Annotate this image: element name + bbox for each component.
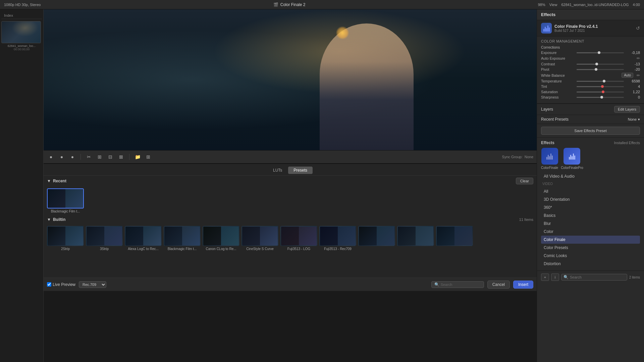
param-saturation-track[interactable] [577,92,624,93]
effects-info-btn[interactable]: i [551,274,559,281]
clip-thumbnail[interactable] [1,21,41,43]
rec-select[interactable]: Rec.709Rec.2020P3-D65 [79,281,106,288]
preset-item-alexa[interactable]: Alexa LogC to Rec... [125,226,162,251]
param-pivot-track[interactable] [577,69,624,70]
save-effects-preset-button[interactable]: Save Effects Preset [541,127,640,135]
param-saturation-thumb[interactable] [602,90,604,93]
param-temperature-track[interactable] [577,81,624,82]
color-finale-icon [541,148,558,165]
clip-thumb-overlay [2,21,41,43]
position-tool-btn[interactable]: ⊠ [117,153,125,161]
param-tint-label: Tint [541,84,575,88]
insert-button[interactable]: Insert [513,281,533,289]
effects-item-distortion[interactable]: Distortion [541,260,640,268]
cancel-button[interactable]: Cancel [487,281,510,289]
param-sharpness-fill [577,97,600,98]
effects-item-comic-looks[interactable]: Comic Looks [541,252,640,260]
preset-name-bm: Blackmagic Film t... [164,247,201,251]
param-contrast-thumb[interactable] [595,63,598,65]
preset-thumbnail-cinestyle [241,226,278,246]
view-btn[interactable]: View [549,3,557,7]
clear-button[interactable]: Clear [516,178,533,184]
effects-item-basics[interactable]: Basics [541,212,640,220]
filename-label: 62841_woman_loo..id-UNGRADED-LOG [561,3,629,7]
search-input[interactable] [441,283,481,287]
top-bar: 1080p HD 30p, Stereo 🎬 Color Finale 2 98… [0,0,644,9]
app-icon: 🎬 [273,2,278,7]
param-wb-auto[interactable]: Auto [622,73,633,78]
preset-item-recent-0[interactable]: Blackmagic Film t... [47,188,84,213]
bar [552,156,553,160]
param-tint-track[interactable] [577,86,624,87]
effects-item-all-video[interactable]: All Video & Audio [541,172,640,180]
tab-presets[interactable]: Presets [288,167,313,174]
param-exposure-thumb[interactable] [598,51,600,54]
param-exposure-label: Exposure [541,51,575,55]
param-contrast-track[interactable] [577,64,624,65]
blade-tool-btn[interactable]: ⊞ [96,153,104,161]
grid-btn[interactable]: ⊞ [144,153,152,161]
param-exposure-track[interactable] [577,52,624,53]
preset-item-extra3[interactable] [436,226,473,251]
param-pivot-thumb[interactable] [595,68,597,71]
plugin-icon [541,23,552,34]
param-sharpness-thumb[interactable] [600,96,603,99]
preset-name-3strip: 3Strip [86,247,123,251]
param-tint-thumb[interactable] [601,85,604,88]
minimize-btn[interactable]: ● [58,153,66,161]
preset-item-cinestyle[interactable]: CineStyle S Curve [241,226,278,251]
search-effects-input[interactable] [570,275,625,279]
preset-item-fuji-rec[interactable]: Fuji3513 - Rec709 [319,226,356,251]
preset-item-canon[interactable]: Canon CLog to Re... [203,226,239,251]
separator-2 [129,154,129,160]
param-auto-exposure: Auto Exposure ✏ [541,56,640,61]
effects-item-video-group[interactable]: VIDEO [541,180,640,187]
thumb-l [359,227,377,245]
effects-item-color-finale[interactable]: Color Finale [541,236,640,244]
thumb-r [143,227,161,245]
preset-item-bm[interactable]: Blackmagic Film t... [164,226,201,251]
recent-presets-label: Recent Presets [541,117,569,122]
effects-add-btn[interactable]: + [541,274,549,281]
effects-item-all[interactable]: All [541,187,640,195]
folder-btn[interactable]: 📁 [133,153,142,161]
param-saturation-label: Saturation [541,90,575,94]
plugin-reset-icon[interactable]: ↺ [636,25,640,31]
live-preview-checkbox[interactable] [47,282,51,287]
trim-tool-btn[interactable]: ✂ [85,153,93,161]
thumb-left-0 [48,189,65,208]
bar [569,157,570,160]
chart-bars-cfp [569,153,575,160]
thumb-r [416,227,433,245]
live-preview-label[interactable]: Live Preview [47,282,75,287]
preset-item-3strip[interactable]: 3Strip [86,226,123,251]
thumb-l [437,227,454,245]
app-title: Color Finale 2 [280,2,306,7]
select-tool-btn[interactable]: ⊟ [106,153,114,161]
plugin-color-finale[interactable]: ColorFinale [541,148,558,170]
effects-item-360[interactable]: 360* [541,203,640,212]
builtin-section-header[interactable]: ▼ Builtin 11 Items [47,215,533,224]
param-sharpness-track[interactable] [577,97,624,98]
recent-section-header[interactable]: ▼ Recent Clear [47,176,533,186]
param-pivot-value: -20 [626,67,640,71]
preset-item-2strip[interactable]: 2Strip [47,226,84,251]
preset-item-extra1[interactable] [358,226,395,251]
plugin-color-finale-pro[interactable]: ColorFinalePro [561,148,583,170]
preset-item-fuji-log[interactable]: Fuji3513 - LOG [280,226,317,251]
bar [549,156,550,160]
close-btn[interactable]: ● [47,153,55,161]
auto-exposure-edit-icon[interactable]: ✏ [637,56,640,61]
effects-item-3d[interactable]: 3D Orientation [541,195,640,203]
preset-item-extra2[interactable] [397,226,434,251]
wb-edit-icon[interactable]: ✏ [637,73,640,78]
effects-item-color-presets[interactable]: Color Presets [541,244,640,252]
maximize-btn[interactable]: ● [68,153,76,161]
preset-name-cinestyle: CineStyle S Curve [241,247,278,251]
none-dropdown[interactable]: None ▾ [628,117,640,122]
tab-luts[interactable]: LUTs [268,167,287,174]
effects-item-color[interactable]: Color [541,228,640,236]
edit-layers-button[interactable]: Edit Layers [614,106,640,113]
param-temperature-thumb[interactable] [603,80,605,82]
effects-item-blur[interactable]: Blur [541,220,640,228]
